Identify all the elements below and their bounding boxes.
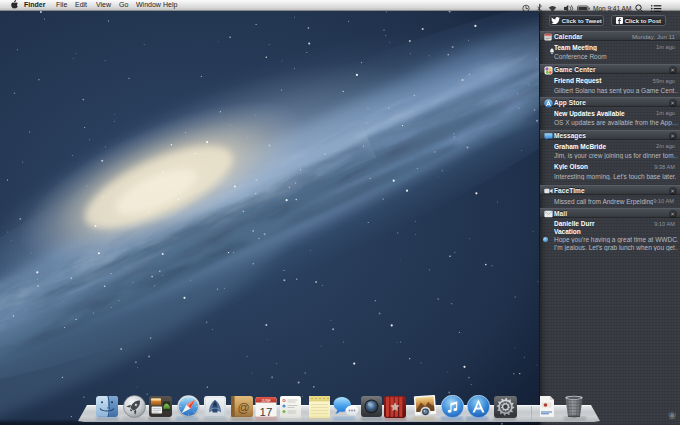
svg-text:JUNE: JUNE [261, 399, 271, 403]
svg-text:Mon 9:41 AM: Mon 9:41 AM [593, 5, 631, 12]
svg-text:@: @ [237, 401, 249, 415]
